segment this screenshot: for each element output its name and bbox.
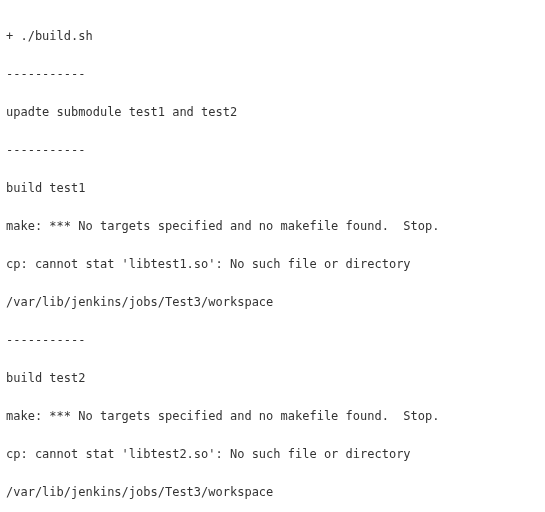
console-line: make: *** No targets specified and no ma…	[6, 407, 539, 426]
console-line: -----------	[6, 331, 539, 350]
console-line: build test2	[6, 369, 539, 388]
console-line: upadte submodule test1 and test2	[6, 103, 539, 122]
console-line: /var/lib/jenkins/jobs/Test3/workspace	[6, 483, 539, 502]
console-line: + ./build.sh	[6, 27, 539, 46]
console-line: cp: cannot stat 'libtest2.so': No such f…	[6, 445, 539, 464]
console-output: + ./build.sh ----------- upadte submodul…	[0, 0, 545, 512]
console-line: -----------	[6, 65, 539, 84]
console-line: build test1	[6, 179, 539, 198]
console-line: cp: cannot stat 'libtest1.so': No such f…	[6, 255, 539, 274]
console-line: make: *** No targets specified and no ma…	[6, 217, 539, 236]
console-line: /var/lib/jenkins/jobs/Test3/workspace	[6, 293, 539, 312]
console-line: -----------	[6, 141, 539, 160]
